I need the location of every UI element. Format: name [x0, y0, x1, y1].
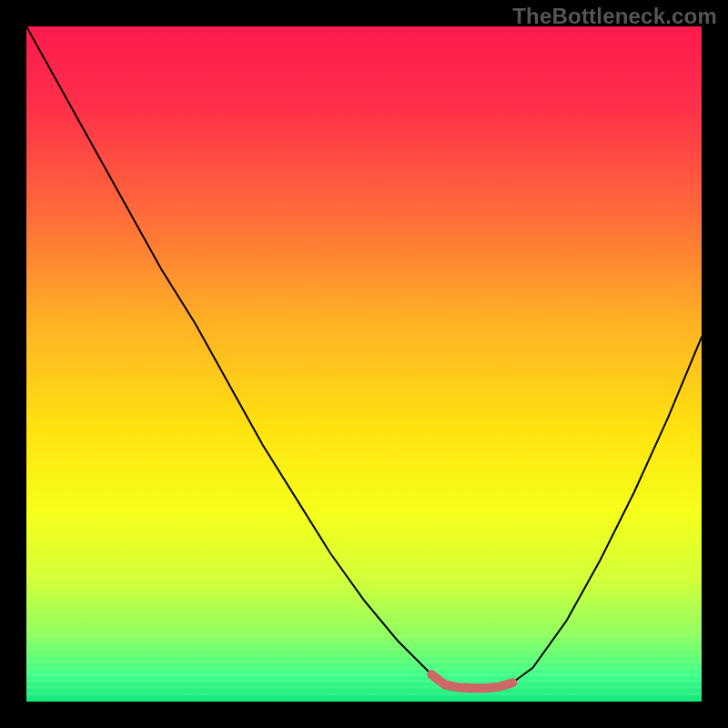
svg-rect-2	[26, 680, 702, 682]
svg-rect-8	[26, 642, 702, 644]
svg-rect-5	[26, 661, 702, 663]
svg-rect-4	[26, 667, 702, 670]
svg-rect-6	[26, 654, 702, 657]
chart-svg	[26, 26, 702, 702]
svg-rect-10	[26, 629, 702, 632]
svg-rect-3	[26, 673, 702, 676]
svg-rect-7	[26, 648, 702, 651]
svg-rect-11	[26, 622, 702, 625]
chart-frame: TheBottleneck.com	[0, 0, 728, 728]
watermark-text: TheBottleneck.com	[512, 4, 717, 29]
plot-area	[26, 26, 702, 702]
svg-rect-0	[26, 693, 702, 695]
svg-rect-13	[26, 610, 702, 612]
svg-rect-9	[26, 635, 702, 638]
svg-rect-1	[26, 686, 702, 689]
svg-rect-12	[26, 616, 702, 619]
